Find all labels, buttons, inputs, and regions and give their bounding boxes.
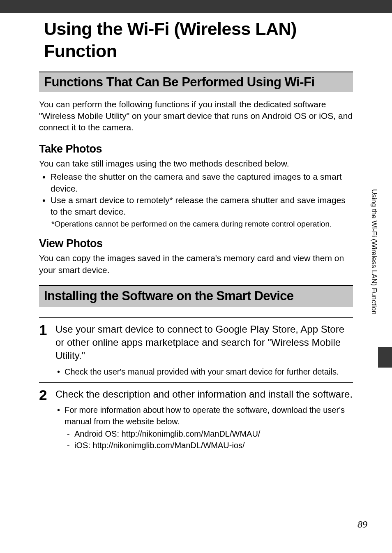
bullet-item: Release the shutter on the camera and sa…: [39, 171, 353, 194]
step-heading: Use your smart device to connect to Goog…: [55, 323, 353, 363]
take-photos-bullets: Release the shutter on the camera and sa…: [39, 171, 353, 217]
footnote-remote: *Operations cannot be performed on the c…: [39, 219, 353, 229]
step-2: 2 Check the description and other inform…: [39, 382, 353, 451]
section-intro: You can perform the following functions …: [39, 99, 353, 134]
page-content: Using the Wi-Fi (Wireless LAN) Function …: [0, 13, 392, 451]
side-tab-label: Using the Wi-Fi (Wireless LAN) Function: [370, 189, 378, 315]
chapter-title: Using the Wi-Fi (Wireless LAN) Function: [39, 18, 353, 62]
step-bullets: Check the user's manual provided with yo…: [55, 366, 353, 377]
take-photos-intro: You can take still images using the two …: [39, 158, 353, 169]
top-bar: [0, 0, 392, 13]
bullet-item: For more information about how to operat…: [55, 404, 353, 427]
subheading-view-photos: View Photos: [39, 237, 353, 250]
step-1: 1 Use your smart device to connect to Go…: [39, 317, 353, 377]
section-heading-installing: Installing the Software on the Smart Dev…: [39, 285, 353, 307]
bullet-item: Use a smart device to remotely* release …: [39, 194, 353, 218]
dash-item: iOS: http://nikonimglib.com/ManDL/WMAU-i…: [55, 440, 353, 451]
step-heading: Check the description and other informat…: [55, 388, 353, 401]
dash-list: Android OS: http://nikonimglib.com/ManDL…: [55, 428, 353, 451]
subheading-take-photos: Take Photos: [39, 143, 353, 155]
step-bullets: For more information about how to operat…: [55, 404, 353, 427]
view-photos-body: You can copy the images saved in the cam…: [39, 252, 353, 276]
step-content: Check the description and other informat…: [55, 388, 353, 451]
step-number: 1: [39, 323, 55, 377]
bullet-item: Check the user's manual provided with yo…: [55, 366, 353, 377]
side-marker: [378, 347, 392, 368]
step-content: Use your smart device to connect to Goog…: [55, 323, 353, 377]
step-number: 2: [39, 388, 55, 451]
dash-item: Android OS: http://nikonimglib.com/ManDL…: [55, 428, 353, 440]
section-heading-functions: Functions That Can Be Performed Using Wi…: [39, 72, 353, 92]
page-number: 89: [357, 519, 367, 530]
